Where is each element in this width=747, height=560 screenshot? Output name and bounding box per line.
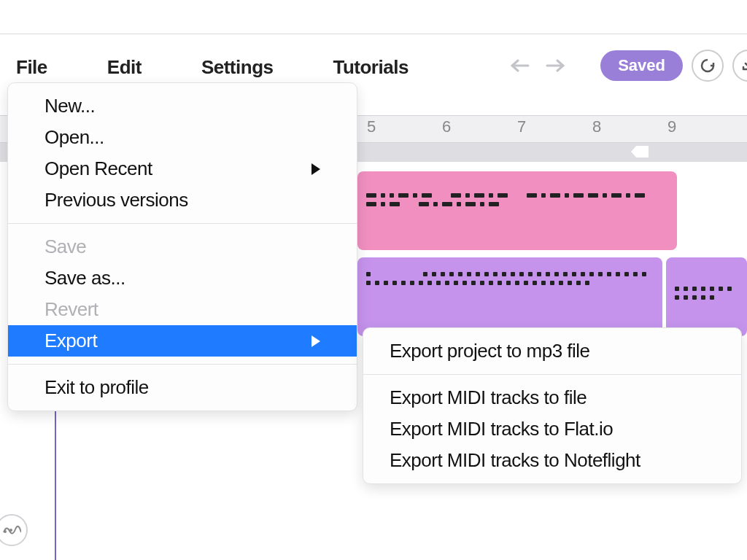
menu-tutorials[interactable]: Tutorials [324,53,417,82]
midi-clip-purple-1[interactable] [357,257,662,336]
menu-separator [8,223,357,224]
download-button[interactable] [732,50,747,82]
menu-settings[interactable]: Settings [193,53,282,82]
svg-point-0 [4,530,7,533]
midi-clip-pink[interactable] [357,171,677,250]
menu-separator [8,364,357,365]
midi-clip-purple-2[interactable] [666,257,747,336]
file-menu-open[interactable]: Open... [8,122,357,153]
file-menu-save-as[interactable]: Save as... [8,262,357,294]
export-midi-flat[interactable]: Export MIDI tracks to Flat.io [363,413,741,445]
file-menu-save: Save [8,231,357,262]
chevron-right-icon [311,163,320,175]
export-mp3[interactable]: Export project to mp3 file [363,335,741,367]
export-submenu: Export project to mp3 file Export MIDI t… [363,327,742,484]
export-midi-noteflight[interactable]: Export MIDI tracks to Noteflight [363,445,741,476]
sync-button[interactable] [692,50,724,82]
ruler-label: 8 [592,117,601,136]
chevron-right-icon [311,335,320,347]
export-midi-file[interactable]: Export MIDI tracks to file [363,382,741,413]
ruler-label: 6 [442,117,451,136]
file-menu-export[interactable]: Export [8,325,357,357]
saved-status[interactable]: Saved [600,50,683,81]
file-menu-previous-versions[interactable]: Previous versions [8,184,357,216]
ruler-label: 9 [667,117,676,136]
menu-edit[interactable]: Edit [98,53,150,82]
redo-button[interactable] [542,52,568,79]
ruler-label: 7 [517,117,526,136]
automation-toggle[interactable] [0,514,28,546]
playhead[interactable] [55,405,56,560]
file-menu-new[interactable]: New... [8,90,357,122]
file-menu-exit[interactable]: Exit to profile [8,372,357,403]
svg-point-1 [9,529,12,532]
divider-top [0,34,747,34]
toolbar-right: Saved [507,50,747,82]
ruler-label: 5 [367,117,376,136]
file-menu-open-recent[interactable]: Open Recent [8,153,357,184]
file-menu-dropdown: New... Open... Open Recent Previous vers… [7,82,357,411]
undo-button[interactable] [507,52,533,79]
menu-separator [363,374,741,375]
menu-file[interactable]: File [7,53,56,82]
file-menu-revert: Revert [8,294,357,325]
